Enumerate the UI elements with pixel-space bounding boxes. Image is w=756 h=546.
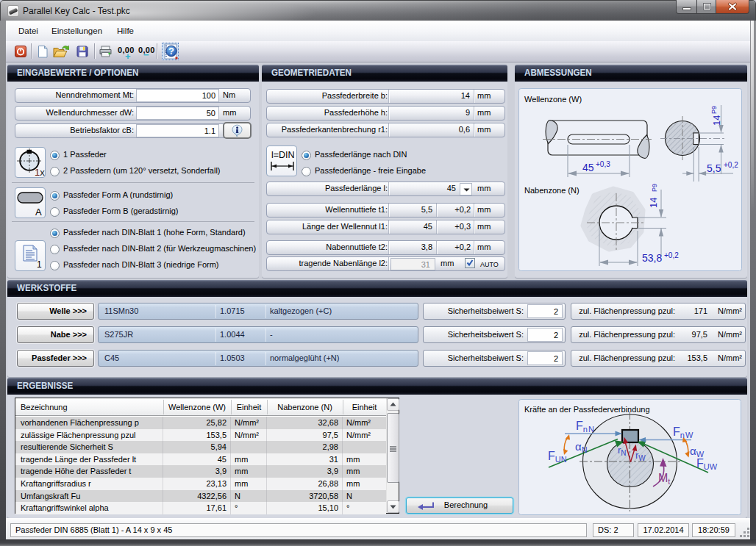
svg-text:FnW: FnW	[673, 425, 693, 439]
svg-text:53,8: 53,8	[642, 252, 662, 264]
svg-text:FUW: FUW	[696, 457, 718, 471]
svg-text:+0,2: +0,2	[724, 161, 738, 169]
svg-text:Kräfte an der Passfederverbind: Kräfte an der Passfederverbindung	[524, 405, 650, 414]
svg-text:Mt: Mt	[658, 472, 670, 486]
svg-text:Nabenzone (N): Nabenzone (N)	[524, 186, 580, 195]
svg-text:45: 45	[582, 162, 594, 173]
svg-text:P9: P9	[651, 184, 658, 192]
svg-text:P9: P9	[710, 106, 718, 114]
svg-text:FnN: FnN	[576, 420, 594, 434]
svg-text:14: 14	[711, 115, 722, 126]
svg-text:rW: rW	[635, 450, 646, 462]
svg-text:αW: αW	[690, 445, 705, 459]
svg-text:rN: rN	[618, 445, 627, 457]
svg-text:5,5: 5,5	[707, 162, 721, 174]
svg-text:+0,3: +0,3	[596, 160, 610, 168]
svg-text:14: 14	[648, 198, 659, 208]
svg-text:FUN: FUN	[548, 450, 567, 464]
svg-text:?: ?	[168, 46, 174, 57]
svg-text:αN: αN	[575, 440, 588, 454]
svg-text:Wellenzone (W): Wellenzone (W)	[524, 95, 582, 104]
svg-text:+0,2: +0,2	[664, 251, 679, 259]
